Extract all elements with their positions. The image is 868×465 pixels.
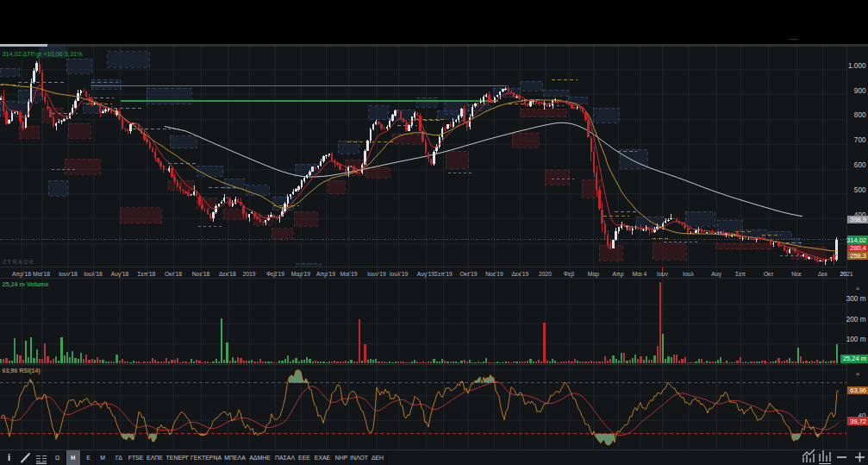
svg-text:ΓΕΚΤΕΡΝΑ: ΓΕΚΤΕΡΝΑ xyxy=(190,455,222,461)
svg-text:ΝΗΡ: ΝΗΡ xyxy=(335,455,348,461)
svg-text:Απρ: Απρ xyxy=(612,271,623,278)
svg-text:63,96 RSI(14): 63,96 RSI(14) xyxy=(3,367,41,374)
svg-text:ΠΑΣΑΛ: ΠΑΣΑΛ xyxy=(275,455,295,461)
svg-text:ΕΕΕ: ΕΕΕ xyxy=(298,455,310,461)
svg-text:2021: 2021 xyxy=(840,271,852,277)
svg-text:314,02: 314,02 xyxy=(846,236,866,244)
svg-text:Νοε: Νοε xyxy=(791,271,802,277)
svg-text:Αυγ: Αυγ xyxy=(711,271,721,278)
svg-text:280,4: 280,4 xyxy=(850,244,866,252)
svg-text:Ιουλ'19: Ιουλ'19 xyxy=(390,271,409,277)
svg-text:Ιουν'18: Ιουν'18 xyxy=(59,271,78,277)
svg-text:Φεβ: Φεβ xyxy=(564,271,574,278)
svg-text:25,24 m Volume: 25,24 m Volume xyxy=(3,280,49,288)
svg-text:Μαρ: Μαρ xyxy=(588,271,600,278)
svg-text:Μαι'19: Μαι'19 xyxy=(340,271,358,277)
svg-text:Σεπ: Σεπ xyxy=(735,271,746,277)
svg-text:1.000: 1.000 xyxy=(848,62,866,70)
svg-text:Μαι 4: Μαι 4 xyxy=(633,271,647,277)
svg-text:ΜΠΕΛΑ: ΜΠΕΛΑ xyxy=(224,455,246,461)
svg-text:Δεκ: Δεκ xyxy=(818,271,828,277)
svg-text:2020: 2020 xyxy=(539,271,552,277)
svg-text:800: 800 xyxy=(854,111,866,119)
svg-text:Σεπ'18: Σεπ'18 xyxy=(138,271,156,277)
svg-text:i: i xyxy=(8,452,10,462)
svg-text:Αυγ'19: Αυγ'19 xyxy=(417,271,435,278)
svg-text:700: 700 xyxy=(854,136,866,144)
svg-text:398,9: 398,9 xyxy=(850,216,866,223)
svg-text:Ιουν'19: Ιουν'19 xyxy=(367,271,386,277)
svg-text:100 m: 100 m xyxy=(846,336,866,343)
svg-text:Μ: Μ xyxy=(100,455,105,461)
svg-text:ΙΝΛΟΤ: ΙΝΛΟΤ xyxy=(350,455,369,461)
svg-text:Οκτ'18: Οκτ'18 xyxy=(165,271,182,277)
svg-text:300 m: 300 m xyxy=(846,295,866,303)
svg-text:Απρ'19: Απρ'19 xyxy=(316,271,335,278)
svg-text:Ιουν: Ιουν xyxy=(657,271,668,277)
svg-text:900: 900 xyxy=(854,87,866,95)
svg-text:200 m: 200 m xyxy=(846,316,866,324)
svg-text:Δεκ'18: Δεκ'18 xyxy=(219,271,236,277)
svg-text:63,96: 63,96 xyxy=(850,386,866,394)
svg-text:Απρ'18: Απρ'18 xyxy=(12,271,31,278)
svg-text:Αυγ'18: Αυγ'18 xyxy=(111,271,129,278)
svg-text:Δεκ'19: Δεκ'19 xyxy=(512,271,529,277)
svg-text:×: × xyxy=(856,285,860,292)
svg-text:ΕΧΑΕ: ΕΧΑΕ xyxy=(315,455,331,461)
svg-text:39,72: 39,72 xyxy=(850,418,866,425)
svg-text:ΓΔ: ΓΔ xyxy=(116,455,122,461)
svg-text:ΕΛΠΕ: ΕΛΠΕ xyxy=(147,455,163,461)
svg-text:ZTRADE: ZTRADE xyxy=(3,259,34,265)
svg-text:Ε: Ε xyxy=(86,455,91,461)
svg-text:Η: Η xyxy=(71,455,75,461)
svg-text:FTSE: FTSE xyxy=(128,455,144,461)
svg-text:258,3: 258,3 xyxy=(850,252,866,260)
svg-text:ΤΕΝΕΡΓ: ΤΕΝΕΡΓ xyxy=(166,455,190,461)
svg-text:Ιουλ: Ιουλ xyxy=(683,271,694,277)
svg-text:314,02 ΔTP.gr +10,06 3,31%: 314,02 ΔTP.gr +10,06 3,31% xyxy=(3,50,83,58)
svg-text:Νοε'18: Νοε'18 xyxy=(192,271,210,277)
svg-text:Μαρ'19: Μαρ'19 xyxy=(291,271,311,278)
svg-text:25,24 m: 25,24 m xyxy=(843,355,866,362)
svg-text:ΑΔΜΗΕ: ΑΔΜΗΕ xyxy=(249,455,271,461)
svg-text:Νοε'19: Νοε'19 xyxy=(485,271,503,277)
svg-text:Οκτ: Οκτ xyxy=(764,271,774,277)
svg-text:Μαι'18: Μαι'18 xyxy=(33,271,50,277)
svg-text:Σεπ'19: Σεπ'19 xyxy=(434,271,453,277)
svg-text:Ω: Ω xyxy=(55,455,59,461)
svg-text:Οκτ'19: Οκτ'19 xyxy=(459,271,477,277)
svg-text:2019: 2019 xyxy=(242,271,255,277)
svg-text:Ιουλ'18: Ιουλ'18 xyxy=(84,271,103,277)
svg-text:×: × xyxy=(856,370,860,378)
svg-text:Φεβ'19: Φεβ'19 xyxy=(266,271,284,278)
svg-text:600: 600 xyxy=(854,161,866,169)
svg-text:ΔΕΗ: ΔΕΗ xyxy=(372,455,384,461)
svg-text:500: 500 xyxy=(854,186,866,194)
